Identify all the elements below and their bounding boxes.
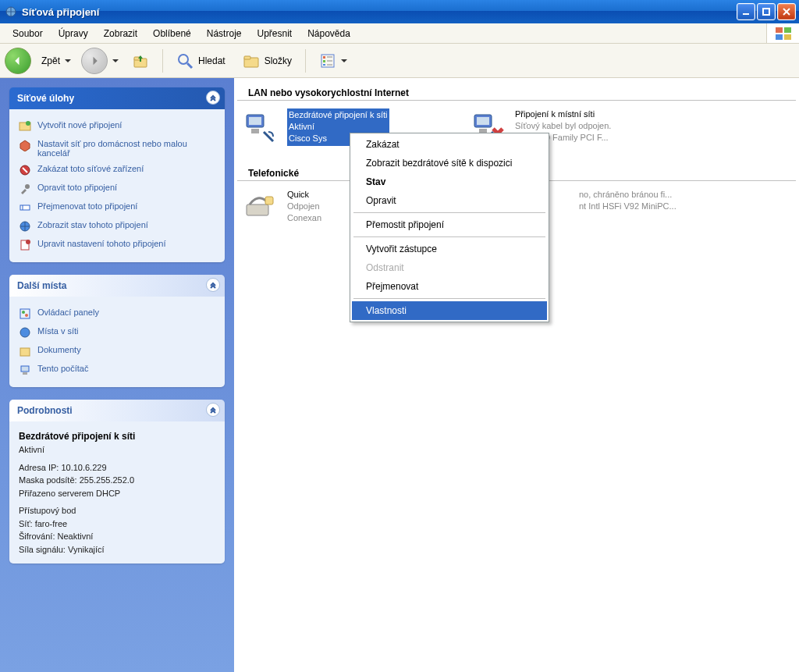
- svg-rect-8: [784, 34, 791, 40]
- folders-text: Složky: [265, 55, 292, 66]
- windows-flag-icon: [766, 23, 799, 43]
- menu-bar: Soubor Úpravy Zobrazit Oblíbené Nástroje…: [0, 23, 799, 44]
- tasks-header[interactable]: Síťové úlohy: [9, 87, 225, 109]
- status-icon: [19, 220, 31, 233]
- task-new-connection[interactable]: Vytvořit nové připojení: [19, 117, 215, 136]
- details-sig-label: Síla signálu:: [19, 545, 66, 554]
- places-title: Další místa: [17, 280, 66, 291]
- back-button[interactable]: [5, 48, 31, 74]
- place-network[interactable]: Místa v síti: [19, 323, 215, 342]
- tasks-body: Vytvořit nové připojení Nastavit síť pro…: [9, 109, 225, 262]
- documents-icon: [19, 345, 31, 357]
- svg-rect-41: [251, 129, 259, 133]
- places-body: Ovládací panely Místa v síti Dokumenty T…: [9, 297, 225, 387]
- back-dropdown-icon: [65, 59, 71, 62]
- svg-rect-32: [20, 309, 30, 318]
- search-text: Hledat: [198, 55, 225, 66]
- svg-rect-49: [265, 197, 273, 204]
- forward-button[interactable]: [81, 48, 108, 74]
- svg-point-26: [25, 184, 30, 189]
- views-button[interactable]: [312, 48, 354, 74]
- task-status[interactable]: Zobrazit stav tohoto připojení: [19, 217, 215, 236]
- menu-fav[interactable]: Oblíbené: [145, 25, 199, 42]
- svg-rect-17: [323, 60, 325, 62]
- settings-icon: [19, 239, 31, 251]
- back-label[interactable]: Zpět: [34, 48, 78, 74]
- sidebar: Síťové úlohy Vytvořit nové připojení Nas…: [0, 78, 234, 672]
- ctx-bridge[interactable]: Přemostit připojení: [352, 215, 547, 234]
- back-text: Zpět: [41, 55, 60, 66]
- place-documents[interactable]: Dokumenty: [19, 342, 215, 361]
- disable-icon: [19, 164, 31, 176]
- place-control-panel[interactable]: Ovládací panely: [19, 304, 215, 323]
- rename-icon: [19, 201, 31, 214]
- app-icon: [5, 5, 17, 18]
- dial-icon: [242, 189, 279, 226]
- window-title: Síťová připojení: [22, 6, 99, 18]
- details-header[interactable]: Podrobnosti: [9, 400, 225, 421]
- toolbar: Zpět Hledat Složky: [0, 44, 799, 78]
- svg-rect-14: [244, 56, 250, 59]
- title-bar: Síťová připojení: [0, 0, 799, 23]
- details-sig: Vynikající: [68, 545, 105, 554]
- new-connection-icon: [19, 120, 31, 133]
- menu-edit[interactable]: Úpravy: [51, 25, 96, 42]
- details-mask: 255.255.252.0: [80, 475, 134, 485]
- details-ap: Přístupový bod: [19, 506, 76, 515]
- svg-rect-40: [249, 117, 261, 125]
- details-net-label: Síť:: [19, 519, 33, 528]
- details-title: Podrobnosti: [17, 405, 73, 416]
- place-mycomputer[interactable]: Tento počítač: [19, 361, 215, 379]
- collapse-icon[interactable]: [206, 403, 220, 417]
- ctx-rename[interactable]: Přejmenovat: [352, 277, 547, 296]
- details-body: Bezdrátové připojení k síti Aktivní Adre…: [9, 421, 225, 564]
- ctx-viewnets[interactable]: Zobrazit bezdrátové sítě k dispozici: [352, 154, 547, 172]
- context-menu: Zakázat Zobrazit bezdrátové sítě k dispo…: [350, 133, 549, 322]
- setup-net-icon: [19, 139, 31, 151]
- details-enc: Neaktivní: [58, 532, 94, 541]
- places-group: Další místa Ovládací panely Místa v síti…: [9, 275, 225, 387]
- svg-rect-18: [323, 64, 325, 66]
- task-rename[interactable]: Přejmenovat toto připojení: [19, 198, 215, 217]
- minimize-button[interactable]: [737, 3, 755, 20]
- details-ip: 10.10.6.229: [61, 463, 106, 472]
- svg-point-35: [20, 328, 30, 337]
- network-icon: [19, 326, 31, 339]
- task-setup-net[interactable]: Nastavit síť pro domácnost nebo malou ka…: [19, 136, 215, 161]
- ctx-sep: [353, 236, 545, 237]
- close-button[interactable]: [777, 3, 796, 20]
- connection-dial2[interactable]: no, chráněno bránou fi... nt Intl HSFi V…: [574, 186, 793, 229]
- details-dhcp: Přiřazeno serverem DHCP: [19, 489, 120, 498]
- search-button[interactable]: Hledat: [169, 48, 233, 74]
- svg-point-34: [25, 314, 28, 317]
- ctx-status[interactable]: Stav: [352, 172, 547, 191]
- svg-rect-48: [247, 204, 268, 215]
- collapse-icon[interactable]: [206, 91, 220, 105]
- task-repair[interactable]: Opravit toto připojení: [19, 180, 215, 198]
- task-disable[interactable]: Zakázat toto síťové zařízení: [19, 161, 215, 180]
- ctx-repair[interactable]: Opravit: [352, 191, 547, 210]
- menu-help[interactable]: Nápověda: [300, 25, 358, 42]
- menu-advanced[interactable]: Upřesnit: [249, 25, 300, 42]
- places-header[interactable]: Další místa: [9, 275, 225, 297]
- ctx-properties[interactable]: Vlastnosti: [352, 301, 547, 320]
- wifi-icon: [242, 108, 279, 146]
- ctx-sep: [353, 298, 545, 299]
- menu-tools[interactable]: Nástroje: [199, 25, 250, 42]
- collapse-icon[interactable]: [206, 278, 220, 292]
- category-lan: LAN nebo vysokorychlostní Internet: [237, 84, 796, 101]
- svg-line-12: [187, 63, 192, 68]
- svg-point-11: [179, 55, 188, 64]
- svg-point-31: [26, 240, 30, 244]
- ctx-shortcut[interactable]: Vytvořit zástupce: [352, 240, 547, 258]
- tasks-title: Síťové úlohy: [17, 93, 74, 104]
- task-settings[interactable]: Upravit nastavení tohoto připojení: [19, 236, 215, 254]
- ctx-disable[interactable]: Zakázat: [352, 135, 547, 154]
- maximize-button[interactable]: [757, 3, 776, 20]
- menu-view[interactable]: Zobrazit: [96, 25, 145, 42]
- up-button[interactable]: [125, 48, 156, 74]
- dial1-label: Quick Odpojen Conexan: [287, 189, 321, 226]
- forward-dropdown-icon: [112, 59, 119, 62]
- folders-button[interactable]: Složky: [236, 48, 299, 74]
- menu-file[interactable]: Soubor: [5, 25, 51, 42]
